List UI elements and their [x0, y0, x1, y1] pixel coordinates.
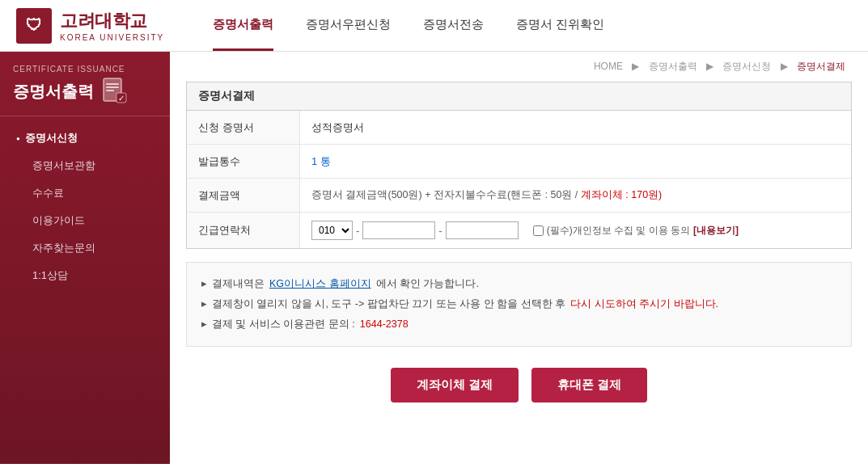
- main-nav: 증명서출력 증명서우편신청 증명서전송 증명서 진위확인: [213, 1, 604, 51]
- notice-2-text: 결제창이 열리지 않을 시, 도구 -> 팝업차단 끄기 또는 사용 안 함을 …: [212, 294, 565, 314]
- form-value-contact: 010 011 016 017 018 019 - -: [300, 213, 851, 248]
- notice-3-text: 결제 및 서비스 이용관련 문의 :: [212, 314, 355, 335]
- logo-text: 고려대학교 KOREA UNIVERSITY: [60, 9, 164, 42]
- svg-rect-4: [106, 86, 119, 88]
- sidebar-cert-issuance-label: CERTIFICATE ISSUANCE: [13, 65, 157, 74]
- logo-english: KOREA UNIVERSITY: [60, 33, 164, 42]
- breadcrumb: HOME ▶ 증명서출력 ▶ 증명서신청 ▶ 증명서결제: [186, 60, 852, 74]
- main-layout: CERTIFICATE ISSUANCE 증명서출력 ✓ 증명서신청 증명서보관…: [0, 52, 868, 464]
- contact-middle-input[interactable]: [362, 221, 435, 239]
- svg-rect-5: [106, 90, 114, 91]
- form-row-contact: 긴급연락처 010 011 016 017 018 019 - -: [187, 213, 851, 248]
- form-label-amount: 결제금액: [187, 179, 300, 212]
- notice-2-highlight: 다시 시도하여 주시기 바랍니다.: [570, 294, 718, 314]
- mobile-payment-button[interactable]: 휴대폰 결제: [531, 368, 647, 402]
- notice-1-after: 에서 확인 가능합니다.: [376, 274, 479, 294]
- logo-area: 🛡 고려대학교 KOREA UNIVERSITY: [16, 8, 164, 44]
- breadcrumb-sep3: ▶: [781, 61, 788, 72]
- nav-item-verify[interactable]: 증명서 진위확인: [516, 1, 604, 51]
- contact-dash-2: -: [438, 225, 442, 237]
- notice-box: 결제내역은 KG이니시스 홈페이지에서 확인 가능합니다. 결제창이 열리지 않…: [186, 262, 852, 347]
- sidebar-item-fee[interactable]: 수수료: [0, 179, 170, 207]
- sidebar-menu: 증명서신청 증명서보관함 수수료 이용가이드 자주찾는문의 1:1상담: [0, 116, 170, 297]
- sidebar-item-application[interactable]: 증명서신청: [0, 124, 170, 152]
- privacy-checkbox[interactable]: [533, 225, 544, 236]
- form-value-certificate: 성적증명서: [300, 112, 851, 143]
- contact-area-code-select[interactable]: 010 011 016 017 018 019: [311, 221, 353, 240]
- sidebar-title: 증명서출력: [13, 81, 94, 103]
- form-label-certificate: 신청 증명서: [187, 111, 300, 144]
- button-row: 계좌이체 결제 휴대폰 결제: [186, 368, 852, 402]
- sidebar-item-guide[interactable]: 이용가이드: [0, 207, 170, 234]
- amount-text-prefix: 증명서 결제금액(500원) + 전자지불수수료(핸드폰 : 50원 /: [311, 189, 581, 200]
- privacy-label: (필수)개인정보 수집 및 이용 동의: [547, 224, 690, 238]
- nav-item-print[interactable]: 증명서출력: [213, 1, 273, 51]
- form-label-contact: 긴급연락처: [187, 213, 300, 248]
- breadcrumb-home[interactable]: HOME: [594, 61, 623, 72]
- sidebar-item-consult[interactable]: 1:1상담: [0, 262, 170, 289]
- form-value-copies: 1 통: [300, 146, 851, 177]
- form-label-copies: 발급통수: [187, 145, 300, 178]
- nav-item-mail[interactable]: 증명서우편신청: [306, 1, 391, 51]
- notice-3-highlight: 1644-2378: [360, 314, 409, 335]
- form-row-amount: 결제금액 증명서 결제금액(500원) + 전자지불수수료(핸드폰 : 50원 …: [187, 179, 851, 213]
- nav-item-send[interactable]: 증명서전송: [423, 1, 484, 51]
- sidebar-header: CERTIFICATE ISSUANCE 증명서출력 ✓: [0, 52, 170, 116]
- form-row-copies: 발급통수 1 통: [187, 145, 851, 179]
- bank-transfer-button[interactable]: 계좌이체 결제: [391, 368, 519, 402]
- contact-inputs: 010 011 016 017 018 019 - -: [311, 221, 840, 240]
- breadcrumb-step1[interactable]: 증명서출력: [649, 61, 697, 72]
- logo-korean: 고려대학교: [60, 9, 164, 33]
- amount-text-link: 계좌이체 : 170원): [581, 189, 662, 200]
- svg-text:✓: ✓: [118, 94, 125, 103]
- breadcrumb-sep1: ▶: [632, 61, 639, 72]
- breadcrumb-current: 증명서결제: [797, 61, 845, 72]
- notice-line-1: 결제내역은 KG이니시스 홈페이지에서 확인 가능합니다.: [201, 274, 836, 294]
- svg-rect-3: [106, 83, 119, 85]
- notice-line-2: 결제창이 열리지 않을 시, 도구 -> 팝업차단 끄기 또는 사용 안 함을 …: [201, 294, 836, 314]
- form-panel-title: 증명서결제: [187, 82, 851, 111]
- header: 🛡 고려대학교 KOREA UNIVERSITY 증명서출력 증명서우편신청 증…: [0, 0, 868, 52]
- form-value-amount: 증명서 결제금액(500원) + 전자지불수수료(핸드폰 : 50원 / 계좌이…: [300, 180, 851, 210]
- sidebar-item-faq[interactable]: 자주찾는문의: [0, 234, 170, 262]
- content-view-link[interactable]: [내용보기]: [693, 224, 739, 238]
- form-panel: 증명서결제 신청 증명서 성적증명서 발급통수 1 통 결제금액 증명서 결제금…: [186, 82, 852, 249]
- sidebar-title-row: 증명서출력 ✓: [13, 77, 157, 106]
- contact-checkbox-wrap: (필수)개인정보 수집 및 이용 동의 [내용보기]: [533, 224, 739, 238]
- form-row-certificate: 신청 증명서 성적증명서: [187, 111, 851, 145]
- notice-1-before: 결제내역은: [212, 274, 265, 294]
- breadcrumb-step2[interactable]: 증명서신청: [722, 61, 771, 72]
- breadcrumb-sep2: ▶: [706, 61, 713, 72]
- sidebar: CERTIFICATE ISSUANCE 증명서출력 ✓ 증명서신청 증명서보관…: [0, 52, 170, 464]
- notice-1-link[interactable]: KG이니시스 홈페이지: [269, 274, 371, 294]
- notice-line-3: 결제 및 서비스 이용관련 문의 : 1644-2378: [201, 314, 836, 335]
- contact-last-input[interactable]: [446, 221, 519, 239]
- content-area: HOME ▶ 증명서출력 ▶ 증명서신청 ▶ 증명서결제 증명서결제 신청 증명…: [170, 52, 868, 464]
- svg-text:🛡: 🛡: [26, 16, 42, 34]
- contact-dash-1: -: [356, 225, 359, 237]
- korea-university-shield-icon: 🛡: [16, 8, 52, 44]
- sidebar-item-storage[interactable]: 증명서보관함: [0, 152, 170, 179]
- sidebar-doc-icon: ✓: [100, 77, 129, 106]
